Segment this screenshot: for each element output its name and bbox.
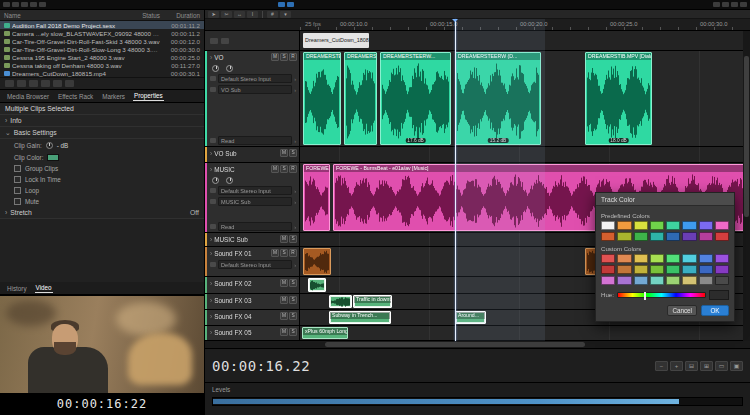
color-swatch[interactable] <box>617 221 631 230</box>
track-header-sound-fx-03[interactable]: ›Sound FX 03MS <box>205 294 300 309</box>
import-file-icon[interactable] <box>5 80 14 87</box>
column-name[interactable]: Name <box>4 12 130 19</box>
audition-logo[interactable] <box>3 2 10 7</box>
audio-clip[interactable]: Subway in Trench... <box>329 311 391 324</box>
eye-icon[interactable] <box>221 38 229 44</box>
section-stretch[interactable]: › Stretch Off <box>0 207 204 219</box>
color-swatch[interactable] <box>601 276 615 285</box>
track-input-select[interactable]: Default Stereo Input› <box>210 185 299 196</box>
tab-effects-rack[interactable]: Effects Rack <box>57 92 94 101</box>
file-row[interactable]: Car-Tire-Off-Gravel-Dirt-Roll-Slow-Long … <box>0 45 204 53</box>
track-output-select[interactable]: VO Sub› <box>210 84 299 95</box>
automation-mode-select[interactable]: Read› <box>210 221 299 232</box>
video-clip[interactable]: Dreamers_CutDown_180815.mp4 <box>303 33 369 48</box>
track-solo-button[interactable]: S <box>289 279 297 287</box>
checkbox[interactable] <box>14 198 21 205</box>
checkbox[interactable] <box>14 176 21 183</box>
track-collapse-icon[interactable]: › <box>210 236 212 243</box>
hue-value-input[interactable] <box>709 290 729 300</box>
slip-tool-icon[interactable]: ↔ <box>234 11 245 18</box>
color-swatch[interactable] <box>666 232 680 241</box>
audio-clip[interactable]: DREAMERSTEERW <box>344 52 377 145</box>
color-swatch[interactable] <box>650 221 664 230</box>
audio-clip[interactable]: DREAMERSTIB.MPV [Dialogue]18.0 dB <box>585 52 652 145</box>
vertical-scrollbar[interactable] <box>743 31 750 341</box>
audio-clip[interactable]: FOREWE... <box>303 164 330 231</box>
track-mute-button[interactable]: M <box>271 165 279 173</box>
file-row[interactable]: Cessna 195 Engine Start_2 48000 3.wav00:… <box>0 53 204 61</box>
audio-clip[interactable] <box>329 295 352 308</box>
track-solo-button[interactable]: S <box>280 165 288 173</box>
zoom-to-selection-icon[interactable]: ▭ <box>715 361 728 371</box>
color-swatch[interactable] <box>617 232 631 241</box>
search-icon[interactable] <box>722 2 729 7</box>
color-swatch[interactable] <box>617 254 631 263</box>
color-swatch[interactable] <box>682 276 696 285</box>
file-row[interactable]: Camera ...ely slow_BLASTWAVEFX_09092 480… <box>0 29 204 37</box>
audio-clip[interactable]: DREAMERSTEERW <box>303 52 341 145</box>
tab-history[interactable]: History <box>6 284 28 293</box>
color-swatch[interactable] <box>650 232 664 241</box>
color-swatch[interactable] <box>617 265 631 274</box>
clip-color-swatch[interactable] <box>47 154 59 161</box>
track-collapse-icon[interactable]: › <box>210 297 212 304</box>
track-arm-button[interactable]: R <box>289 53 297 61</box>
track-mute-button[interactable]: M <box>280 279 288 287</box>
color-swatch[interactable] <box>715 232 729 241</box>
track-solo-button[interactable]: S <box>289 312 297 320</box>
file-row[interactable]: Cessna taking off Denham 48000 3.wav00:1… <box>0 61 204 69</box>
color-swatch[interactable] <box>634 276 648 285</box>
track-header-vo[interactable]: ›VOMSRDefault Stereo Input›VO Sub›Read› <box>205 51 300 146</box>
multitrack-editor-icon[interactable] <box>21 2 28 7</box>
time-selection[interactable] <box>455 19 545 341</box>
color-swatch[interactable] <box>601 254 615 263</box>
track-header-sound-fx-01[interactable]: ›Sound FX 01MSRDefault Stereo Input› <box>205 247 300 276</box>
playhead[interactable] <box>455 19 456 341</box>
tab-video[interactable]: Video <box>35 283 53 293</box>
color-swatch[interactable] <box>601 232 615 241</box>
track-solo-button[interactable]: S <box>289 149 297 157</box>
column-status[interactable]: Status <box>130 12 160 19</box>
tab-markers[interactable]: Markers <box>101 92 126 101</box>
zoom-in-vertical-icon[interactable]: ⊞ <box>700 361 713 371</box>
video-track-header[interactable] <box>205 31 300 50</box>
track-solo-button[interactable]: S <box>289 328 297 336</box>
track-input-select[interactable]: Default Stereo Input› <box>210 259 299 270</box>
color-swatch[interactable] <box>699 254 713 263</box>
section-basic-settings[interactable]: ⌄ Basic Settings <box>0 127 204 139</box>
color-swatch[interactable] <box>634 221 648 230</box>
track-arm-button[interactable]: R <box>289 249 297 257</box>
razor-tool-icon[interactable]: ✂ <box>221 11 232 18</box>
file-row[interactable]: Dreamers_CutDown_180815.mp400:00:30.1 <box>0 69 204 77</box>
track-header-sound-fx-05[interactable]: ›Sound FX 05MS <box>205 326 300 340</box>
cc-libraries-icon[interactable] <box>740 2 747 7</box>
workspace-icon[interactable] <box>713 2 720 7</box>
horizontal-scrollbar[interactable] <box>205 341 750 349</box>
ok-button[interactable]: OK <box>701 305 729 316</box>
batch-process-icon[interactable] <box>30 2 37 7</box>
waveform-editor-icon[interactable] <box>12 2 19 7</box>
color-swatch[interactable] <box>634 232 648 241</box>
color-swatch[interactable] <box>682 232 696 241</box>
snapping-toggle-icon[interactable]: # <box>267 11 278 18</box>
track-mute-button[interactable]: M <box>280 235 288 243</box>
track-collapse-icon[interactable]: › <box>210 250 212 257</box>
track-solo-button[interactable]: S <box>289 235 297 243</box>
volume-knob[interactable] <box>212 65 219 72</box>
track-solo-button[interactable]: S <box>280 53 288 61</box>
color-swatch[interactable] <box>682 265 696 274</box>
tab-properties[interactable]: Properties <box>133 91 164 101</box>
color-swatch[interactable] <box>715 276 729 285</box>
file-row[interactable]: Audition Fall 2018 Demo Project.sesx00:0… <box>0 21 204 29</box>
track-mute-button[interactable]: M <box>280 328 288 336</box>
clock-icon[interactable] <box>731 2 738 7</box>
trash-icon[interactable] <box>65 80 74 87</box>
track-header-music[interactable]: ›MUSICMSRDefault Stereo Input›MUSIC Sub›… <box>205 163 300 232</box>
track-header-sound-fx-04[interactable]: ›Sound FX 04MS <box>205 310 300 325</box>
file-row[interactable]: Car-Tire-Off-Gravel-Dirt-Roll-Fast-Skid … <box>0 37 204 45</box>
new-file-icon[interactable] <box>17 80 26 87</box>
track-collapse-icon[interactable]: › <box>210 150 212 157</box>
clip-gain-knob[interactable] <box>46 142 53 149</box>
section-info[interactable]: › Info <box>0 115 204 127</box>
checkbox[interactable] <box>14 187 21 194</box>
